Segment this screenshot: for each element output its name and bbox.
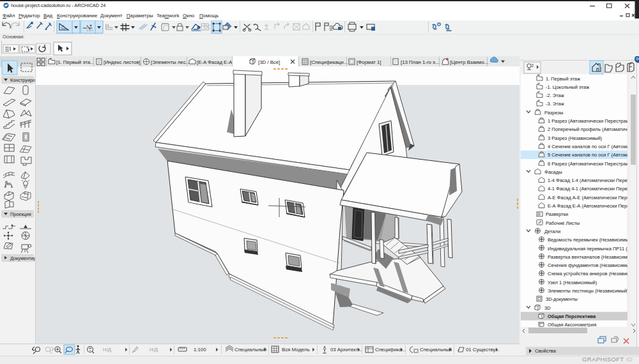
- svg-text:Разрезы: Разрезы: [544, 110, 563, 116]
- svg-text:-3. Этаж: -3. Этаж: [546, 101, 564, 107]
- svg-text:3D-документы: 3D-документы: [546, 296, 578, 302]
- svg-text:[Формат 1]: [Формат 1]: [357, 59, 381, 65]
- svg-text:Свойства: Свойства: [535, 348, 557, 354]
- svg-text:А-Е Фасад А-Е (Автоматически П: А-Е Фасад А-Е (Автоматически Перестра: [548, 195, 639, 201]
- svg-text:1-4 Фасад 1-4 (Автоматически П: 1-4 Фасад 1-4 (Автоматически Перестра: [548, 178, 638, 183]
- svg-text:1. Первый этаж: 1. Первый этаж: [546, 76, 580, 82]
- svg-text:5 Сечение каналов по оси Г (Ав: 5 Сечение каналов по оси Г (Автоматич: [548, 152, 636, 158]
- svg-text:Е-А Фасад Е-А (Автоматически П: Е-А Фасад Е-А (Автоматически Перестра: [548, 203, 639, 209]
- svg-text:Развертки: Развертки: [546, 211, 568, 217]
- svg-text:Общая Аксонометрия: Общая Аксонометрия: [548, 322, 596, 328]
- svg-text:6 Разрез (Автоматически Перест: 6 Разрез (Автоматически Перестраивае: [548, 161, 636, 167]
- svg-text:Узел 1 (Независимый): Узел 1 (Независимый): [548, 280, 597, 285]
- svg-text:1:100: 1:100: [194, 347, 206, 353]
- svg-text:Н/Д: Н/Д: [103, 347, 112, 353]
- svg-text:[Индекс листов]: [Индекс листов]: [104, 59, 140, 65]
- svg-text:Фасады: Фасады: [544, 169, 562, 175]
- svg-text:[Спецификаци...: [Спецификаци...: [310, 59, 348, 65]
- svg-text:4-1 Фасад 4-1 (Автоматически П: 4-1 Фасад 4-1 (Автоматически Перестра: [548, 186, 638, 192]
- svg-text:[E-A Фасад E-A]: [E-A Фасад E-A]: [197, 59, 233, 65]
- svg-text:Сечения фундаментов (Независим: Сечения фундаментов (Независимый): [548, 262, 634, 268]
- svg-text:03 Архитект...: 03 Архитект...: [330, 347, 362, 353]
- svg-text:Конструиров: Конструиров: [10, 77, 35, 83]
- svg-text:3D: 3D: [544, 305, 551, 311]
- svg-text:Проекция: Проекция: [10, 211, 31, 217]
- svg-text:3 Разрез (Независимый): 3 Разрез (Независимый): [548, 135, 603, 141]
- svg-text:-2. Этаж: -2. Этаж: [546, 93, 564, 98]
- svg-text:Детали: Детали: [544, 229, 560, 234]
- svg-text:[Центр Взаимо...: [Центр Взаимо...: [450, 59, 488, 65]
- svg-text:[13 План 1-го э...: [13 План 1-го э...: [401, 59, 440, 65]
- svg-text:4 Сечение каналов по оси Г (Ав: 4 Сечение каналов по оси Г (Автоматич: [548, 144, 636, 149]
- svg-text:Элементы лестницы (Независимый: Элементы лестницы (Независимый): [548, 288, 629, 294]
- svg-text:Ведомость перемычек (Независим: Ведомость перемычек (Независимый): [548, 237, 633, 243]
- svg-text:[Элементы лес...: [Элементы лес...: [151, 59, 190, 65]
- svg-text:[3D / Все]: [3D / Все]: [258, 59, 280, 65]
- svg-text:Н/Д: Н/Д: [150, 347, 158, 353]
- svg-text:Спецификa...: Спецификa...: [375, 347, 406, 353]
- svg-text:2 Поперечный профиль (Автомати: 2 Поперечный профиль (Автоматическ: [548, 126, 635, 132]
- svg-text:Специальный: Специальный: [420, 347, 452, 353]
- svg-text:01 Существу...: 01 Существу...: [466, 347, 499, 353]
- svg-text:Общая Перспектива: Общая Перспектива: [548, 314, 596, 319]
- svg-text:Индивидуальная перемычка ПР11: Индивидуальная перемычка ПР11 (Нез: [548, 246, 636, 252]
- svg-text:[1. Первый эта...: [1. Первый эта...: [56, 59, 95, 65]
- svg-text:Вся Модель: Вся Модель: [282, 347, 309, 353]
- svg-text:Документир: Документир: [10, 255, 35, 261]
- svg-text:Рабочие Листы: Рабочие Листы: [546, 220, 580, 226]
- svg-text:Специальный: Специальный: [235, 347, 266, 353]
- svg-text:1 Разрез (Автоматически Перест: 1 Разрез (Автоматически Перестраивае: [548, 118, 636, 124]
- svg-text:Развертка вентканалов (Независ: Развертка вентканалов (Независимый): [548, 254, 635, 260]
- svg-text:Схема устройства анкеров (Неза: Схема устройства анкеров (Независимь: [548, 271, 637, 277]
- svg-text:-1. Цокольный этаж: -1. Цокольный этаж: [546, 84, 589, 90]
